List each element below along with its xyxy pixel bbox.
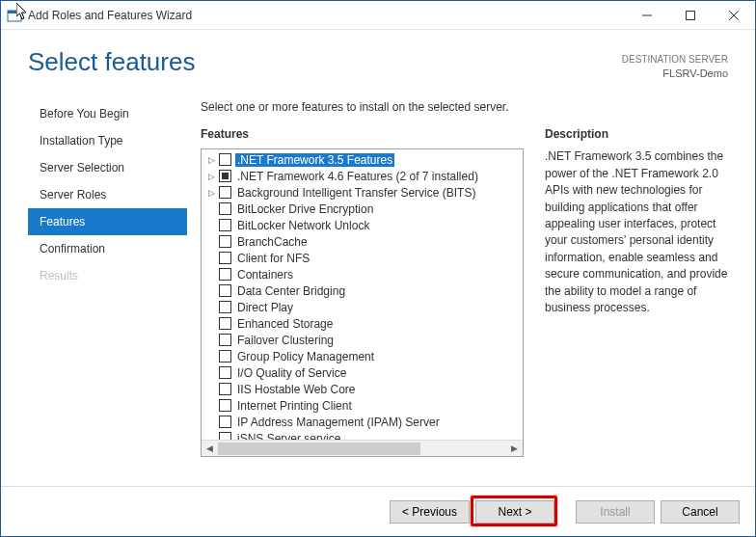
close-button[interactable]: [712, 1, 755, 29]
feature-checkbox[interactable]: [219, 268, 231, 281]
nav-item-server-roles[interactable]: Server Roles: [28, 181, 187, 208]
install-button[interactable]: Install: [576, 500, 655, 524]
description-title: Description: [545, 127, 738, 141]
app-icon: [7, 8, 22, 23]
feature-checkbox[interactable]: [219, 416, 231, 428]
feature-checkbox[interactable]: [219, 219, 231, 231]
feature-row[interactable]: Client for NFS: [202, 250, 523, 266]
description-column: Description .NET Framework 3.5 combines …: [545, 127, 738, 486]
svg-rect-1: [8, 11, 21, 13]
wizard-header: Select features DESTINATION SERVER FLSRV…: [1, 30, 755, 93]
feature-label[interactable]: Client for NFS: [235, 252, 311, 265]
features-list: ▷.NET Framework 3.5 Features▷.NET Framew…: [202, 149, 523, 440]
instruction-text: Select one or more features to install o…: [201, 93, 738, 127]
scroll-left-icon[interactable]: ◀: [202, 441, 218, 457]
nav-item-results: Results: [28, 262, 187, 289]
wizard-footer: < Previous Next > Install Cancel: [1, 486, 755, 536]
features-title: Features: [201, 127, 524, 141]
content-columns: Features ▷.NET Framework 3.5 Features▷.N…: [201, 127, 738, 486]
feature-label[interactable]: IP Address Management (IPAM) Server: [235, 416, 442, 429]
feature-row[interactable]: BitLocker Drive Encryption: [202, 201, 523, 217]
feature-row[interactable]: ▷.NET Framework 4.6 Features (2 of 7 ins…: [202, 168, 523, 184]
feature-row[interactable]: Direct Play: [202, 299, 523, 315]
svg-rect-3: [686, 11, 694, 19]
feature-label[interactable]: Enhanced Storage: [235, 317, 335, 331]
feature-row[interactable]: IIS Hostable Web Core: [202, 381, 523, 397]
feature-row[interactable]: BitLocker Network Unlock: [202, 217, 523, 233]
feature-checkbox[interactable]: [219, 301, 231, 313]
destination-server-block: DESTINATION SERVER FLSRV-Demo: [622, 47, 728, 81]
feature-label[interactable]: Internet Printing Client: [235, 399, 354, 413]
nav-item-confirmation[interactable]: Confirmation: [28, 235, 187, 262]
scroll-thumb[interactable]: [218, 443, 420, 455]
feature-checkbox[interactable]: [219, 334, 231, 346]
feature-row[interactable]: iSNS Server service: [202, 430, 523, 440]
wizard-nav: Before You BeginInstallation TypeServer …: [28, 93, 187, 486]
feature-label[interactable]: Containers: [235, 268, 295, 282]
feature-row[interactable]: ▷Background Intelligent Transfer Service…: [202, 184, 523, 201]
destination-server-label: DESTINATION SERVER: [622, 53, 728, 67]
destination-server-name: FLSRV-Demo: [622, 67, 728, 81]
feature-row[interactable]: Failover Clustering: [202, 332, 523, 348]
feature-label[interactable]: BitLocker Drive Encryption: [235, 202, 375, 216]
feature-label[interactable]: Group Policy Management: [235, 350, 376, 363]
feature-label[interactable]: Failover Clustering: [235, 334, 336, 347]
nav-item-installation-type[interactable]: Installation Type: [28, 127, 187, 154]
feature-checkbox[interactable]: [219, 383, 231, 395]
feature-checkbox[interactable]: [219, 284, 231, 297]
expand-icon[interactable]: ▷: [205, 171, 217, 182]
feature-row[interactable]: Internet Printing Client: [202, 397, 523, 414]
feature-label[interactable]: Data Center Bridging: [235, 284, 347, 298]
feature-checkbox[interactable]: [219, 399, 231, 412]
feature-label[interactable]: I/O Quality of Service: [235, 366, 348, 380]
feature-checkbox[interactable]: [219, 170, 231, 182]
feature-label[interactable]: BitLocker Network Unlock: [235, 219, 371, 232]
feature-label[interactable]: BranchCache: [235, 235, 310, 249]
page-heading: Select features: [28, 47, 622, 77]
feature-label[interactable]: IIS Hostable Web Core: [235, 383, 358, 396]
features-column: Features ▷.NET Framework 3.5 Features▷.N…: [201, 127, 524, 486]
nav-item-features[interactable]: Features: [28, 208, 187, 235]
feature-row[interactable]: Group Policy Management: [202, 348, 523, 364]
feature-row[interactable]: Data Center Bridging: [202, 282, 523, 299]
feature-label[interactable]: Direct Play: [235, 301, 295, 314]
feature-label[interactable]: Background Intelligent Transfer Service …: [235, 186, 477, 200]
minimize-button[interactable]: [625, 1, 668, 29]
feature-row[interactable]: ▷.NET Framework 3.5 Features: [202, 151, 523, 168]
nav-item-server-selection[interactable]: Server Selection: [28, 154, 187, 181]
expand-icon[interactable]: ▷: [205, 154, 217, 166]
feature-label[interactable]: .NET Framework 3.5 Features: [235, 153, 394, 167]
nav-item-before-you-begin[interactable]: Before You Begin: [28, 100, 187, 127]
titlebar: Add Roles and Features Wizard: [1, 1, 755, 30]
feature-row[interactable]: IP Address Management (IPAM) Server: [202, 414, 523, 430]
cancel-button[interactable]: Cancel: [661, 500, 740, 524]
feature-checkbox[interactable]: [219, 202, 231, 215]
feature-checkbox[interactable]: [219, 350, 231, 362]
feature-checkbox[interactable]: [219, 317, 231, 330]
next-button[interactable]: Next >: [475, 500, 554, 524]
feature-row[interactable]: I/O Quality of Service: [202, 364, 523, 381]
expand-icon[interactable]: ▷: [205, 187, 217, 199]
scroll-right-icon[interactable]: ▶: [506, 441, 523, 457]
feature-checkbox[interactable]: [219, 366, 231, 379]
maximize-button[interactable]: [668, 1, 712, 29]
feature-checkbox[interactable]: [219, 252, 231, 264]
wizard-window: Add Roles and Features Wizard Select fea…: [0, 0, 756, 537]
horizontal-scrollbar[interactable]: ◀ ▶: [202, 440, 523, 456]
wizard-main: Select one or more features to install o…: [187, 93, 738, 486]
feature-label[interactable]: iSNS Server service: [235, 432, 342, 441]
window-controls: [625, 1, 755, 29]
previous-button[interactable]: < Previous: [390, 500, 470, 524]
wizard-body: Before You BeginInstallation TypeServer …: [1, 93, 755, 486]
features-listbox[interactable]: ▷.NET Framework 3.5 Features▷.NET Framew…: [201, 148, 524, 457]
feature-row[interactable]: Enhanced Storage: [202, 315, 523, 332]
window-title: Add Roles and Features Wizard: [28, 9, 625, 22]
feature-checkbox[interactable]: [219, 186, 231, 199]
feature-row[interactable]: Containers: [202, 266, 523, 282]
description-text: .NET Framework 3.5 combines the power of…: [545, 148, 738, 316]
feature-checkbox[interactable]: [219, 432, 231, 440]
feature-checkbox[interactable]: [219, 153, 231, 166]
feature-row[interactable]: BranchCache: [202, 233, 523, 250]
feature-label[interactable]: .NET Framework 4.6 Features (2 of 7 inst…: [235, 170, 480, 183]
feature-checkbox[interactable]: [219, 235, 231, 248]
